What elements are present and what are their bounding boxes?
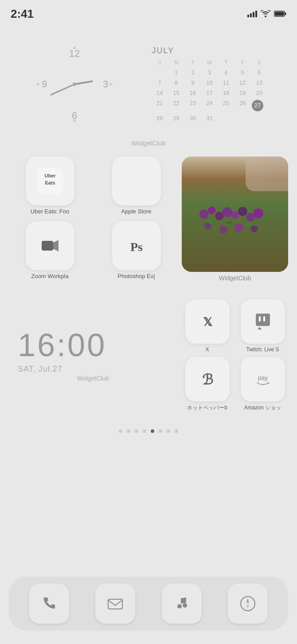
cal-day: 15 (168, 88, 184, 98)
amazon-pay-icon[interactable]: pay (241, 357, 285, 401)
compass-icon (238, 594, 258, 613)
cal-day: 2 (185, 68, 200, 77)
svg-line-11 (74, 81, 92, 84)
page-dot-3[interactable] (135, 429, 138, 433)
page-dot-5-active[interactable] (151, 429, 154, 433)
zoom-logo (39, 235, 61, 257)
phone-dock-icon[interactable] (29, 584, 69, 624)
cal-day (218, 114, 234, 123)
photo-widget[interactable]: WidgetClub (182, 157, 288, 282)
svg-point-24 (231, 211, 238, 219)
cal-day: 5 (235, 68, 250, 77)
page-dot-2[interactable] (127, 429, 130, 433)
svg-rect-17 (42, 241, 53, 251)
svg-point-27 (253, 208, 263, 219)
svg-text:ℬ: ℬ (202, 372, 213, 388)
digital-date: SAT, Jul.27 (18, 365, 168, 374)
calendar-widget[interactable]: JULY S M T W T F S 1 2 3 4 5 6 7 8 9 10 … (152, 46, 267, 123)
app-grid-left: Uber Eats Uber Eats: Foo Apple Store (9, 157, 177, 282)
battery-icon (274, 11, 286, 17)
calendar-month: JULY (152, 46, 267, 55)
svg-point-13 (73, 82, 76, 86)
cal-header-s: S (152, 58, 168, 67)
cal-day: 12 (235, 78, 250, 87)
svg-point-31 (251, 225, 258, 232)
cal-header-t: T (185, 58, 200, 67)
twitch-app-item[interactable]: Twitch: Live S (237, 299, 288, 353)
cal-day (251, 114, 267, 123)
page-dot-1[interactable] (119, 429, 122, 433)
cal-day: 18 (218, 88, 234, 98)
page-dot-7[interactable] (167, 429, 170, 433)
x-logo: 𝕏 (199, 313, 216, 330)
uber-eats-icon[interactable]: Uber Eats (26, 157, 74, 205)
music-dock-icon[interactable] (162, 584, 202, 624)
analog-clock-widget[interactable]: 12 3 6 9 (30, 40, 119, 129)
dock (9, 577, 288, 631)
twitch-icon[interactable] (241, 299, 285, 344)
zoom-app-item[interactable]: Zoom Workpla (9, 221, 91, 282)
page-dot-4[interactable] (143, 429, 146, 433)
svg-point-33 (226, 221, 233, 224)
twitch-logo (253, 313, 273, 330)
apple-logo (123, 168, 150, 194)
cal-day: 31 (202, 114, 217, 123)
music-icon (172, 594, 191, 613)
cal-header-w: W (202, 58, 217, 67)
svg-point-25 (238, 207, 247, 216)
page-dot-6[interactable] (159, 429, 162, 433)
svg-rect-38 (263, 316, 265, 322)
amazon-pay-app-item[interactable]: pay Amazon ショッ (237, 357, 288, 412)
svg-rect-1 (285, 12, 286, 15)
hotpepper-app-item[interactable]: ℬ ホットペッパーb (182, 357, 233, 412)
cal-header-t2: T (218, 58, 234, 67)
cal-day: 23 (185, 98, 200, 113)
svg-rect-43 (108, 599, 122, 609)
x-icon[interactable]: 𝕏 (185, 299, 230, 344)
svg-point-30 (234, 224, 243, 232)
svg-text:3: 3 (102, 79, 108, 90)
cal-day: 11 (218, 78, 234, 87)
amazon-pay-label: Amazon ショッ (244, 404, 281, 412)
cal-day: 26 (235, 98, 250, 113)
photoshop-logo: Ps (123, 232, 150, 259)
cal-day: 17 (202, 88, 217, 98)
photoshop-app-item[interactable]: Ps Photoshop Ex| (95, 221, 177, 282)
cal-day: 28 (152, 114, 168, 123)
safari-dock-icon[interactable] (228, 584, 268, 624)
apple-store-icon[interactable] (112, 157, 161, 205)
x-app-item[interactable]: 𝕏 X (182, 299, 233, 353)
digital-clock-widget[interactable]: 16:00 SAT, Jul.27 WidgetClub (9, 295, 177, 416)
hotpepper-icon[interactable]: ℬ (185, 357, 230, 401)
svg-text:pay: pay (258, 374, 268, 381)
calendar-grid: S M T W T F S 1 2 3 4 5 6 7 8 9 10 11 12… (152, 58, 267, 123)
uber-eats-label: Uber Eats: Foo (31, 208, 69, 215)
cal-day: 19 (235, 88, 250, 98)
svg-point-34 (246, 222, 252, 225)
cal-day: 6 (251, 68, 267, 77)
photoshop-icon[interactable]: Ps (112, 221, 161, 270)
zoom-icon[interactable] (26, 221, 74, 270)
page-dot-8[interactable] (175, 429, 178, 433)
svg-rect-37 (259, 316, 261, 322)
svg-point-23 (222, 207, 232, 217)
widget-row-digital: 16:00 SAT, Jul.27 WidgetClub 𝕏 X (0, 291, 297, 420)
digital-time: 16:00 (18, 329, 168, 361)
cal-header-s2: S (251, 58, 267, 67)
cal-day: 13 (251, 78, 267, 87)
mail-dock-icon[interactable] (95, 584, 135, 624)
status-time: 2:41 (11, 7, 34, 21)
cal-day: 9 (185, 78, 200, 87)
cal-day: 3 (202, 68, 217, 77)
cal-day: 10 (202, 78, 217, 87)
uber-eats-app-item[interactable]: Uber Eats Uber Eats: Foo (9, 157, 91, 217)
zoom-label: Zoom Workpla (31, 273, 68, 279)
svg-text:12: 12 (69, 48, 79, 59)
apple-store-app-item[interactable]: Apple Store (95, 157, 177, 217)
svg-point-20 (199, 209, 209, 219)
widgetclub-label-1: WidgetClub (0, 139, 297, 147)
uber-eats-logo: Uber Eats (37, 168, 63, 194)
twitch-label: Twitch: Live S (246, 346, 279, 353)
photo-frame (182, 157, 288, 272)
svg-point-44 (177, 604, 182, 609)
